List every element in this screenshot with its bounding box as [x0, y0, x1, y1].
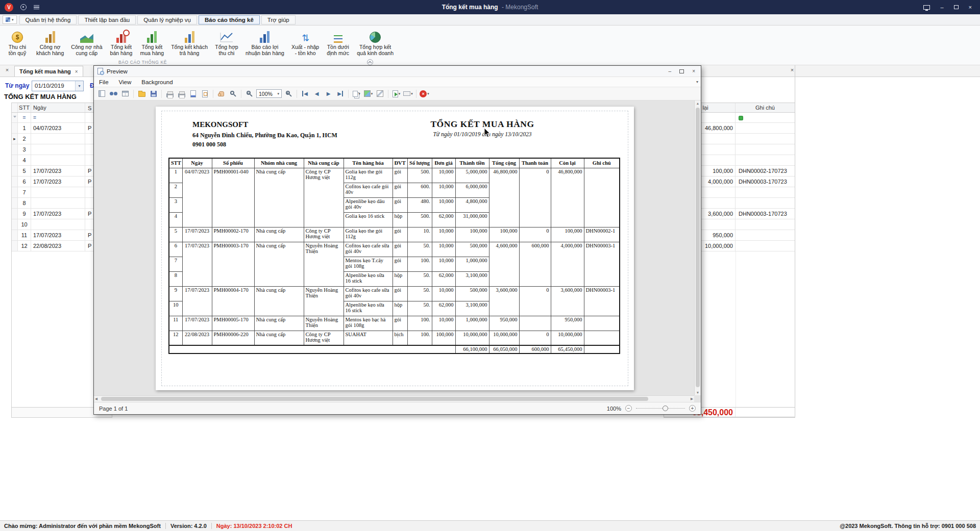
col-header-ngay[interactable]: Ngày: [31, 103, 85, 112]
divider: [241, 90, 241, 98]
cell-ghi-chu: [736, 198, 795, 208]
menu-background[interactable]: Background: [136, 78, 178, 86]
zoom-out-icon[interactable]: [244, 88, 255, 99]
ribbon-tab-quan-tri-he-thong[interactable]: Quản trị hệ thống: [19, 15, 77, 24]
next-page-icon[interactable]: ▶: [323, 88, 334, 99]
scrollbar-thumb[interactable]: [101, 397, 648, 401]
window-title-text: Tổng kết mua hàng: [442, 4, 498, 11]
record-icon[interactable]: [20, 4, 27, 10]
dropdown-icon[interactable]: ▾: [75, 81, 83, 91]
ribbon-button-tong-hop-ket-qua-kinh-doanh[interactable]: Tổng hợp kết quả kinh doanh: [354, 28, 396, 57]
ribbon-tab-thiet-lap-ban-dau[interactable]: Thiết lập ban đầu: [78, 15, 136, 24]
scrollbar-thumb[interactable]: [696, 108, 700, 387]
ribbon-button-thu-chi-ton-quy[interactable]: $ Thu chi tồn quỹ: [3, 28, 32, 57]
preview-minimize-button[interactable]: –: [669, 68, 672, 74]
multiple-pages-icon[interactable]: ▾: [351, 88, 362, 99]
ribbon-button-tong-ket-mua-hang[interactable]: Tổng kết mua hàng: [137, 28, 166, 57]
close-button[interactable]: ×: [969, 4, 972, 10]
ribbon-button-xuat-nhap-ton-kho[interactable]: ⇄ Xuất - nhập - tồn kho: [289, 28, 322, 57]
report-cell: 3,100,000: [455, 301, 489, 316]
filter-cell-stt[interactable]: =: [18, 113, 31, 122]
open-icon[interactable]: [136, 88, 147, 99]
scroll-up-icon[interactable]: ▲: [695, 100, 700, 106]
indicator-header: [12, 103, 18, 112]
col-header-stt[interactable]: STT: [18, 103, 31, 112]
from-date-input[interactable]: 01/10/2019 ▾: [32, 81, 84, 91]
ribbon-tab-quan-ly-nghiep-vu[interactable]: Quản lý nghiệp vụ: [137, 15, 197, 24]
ribbon-button-tong-ket-ban-hang[interactable]: Tổng kết bán hàng: [107, 28, 135, 57]
quick-print-icon[interactable]: [176, 88, 187, 99]
ribbon-button-label: Tổng hợp kết quả kinh doanh: [357, 44, 394, 57]
save-icon[interactable]: [148, 88, 159, 99]
report-title: TỔNG KẾT MUA HÀNG: [380, 119, 584, 130]
ribbon-button-ton-duoi-dinh-muc[interactable]: Tồn dưới định mức: [324, 28, 352, 57]
report-page: MEKONGSOFT 64 Nguyễn Đình Chiểu, Phường …: [156, 107, 634, 390]
report-totals-row: 66,100,00066,050,000600,00065,450,000: [169, 345, 620, 353]
hamburger-menu-icon[interactable]: [34, 5, 39, 9]
report-row: 917/07/2023PMH00004-170Nhà cung cấpNguyễ…: [169, 286, 620, 301]
ribbon-button-bao-cao-loi-nhuan-ban-hang[interactable]: Báo cáo lợi nhuận bán hàng: [243, 28, 287, 57]
vertical-scrollbar[interactable]: ▲ ▼: [694, 100, 701, 395]
scroll-left-icon[interactable]: ◀: [94, 396, 99, 402]
scale-icon[interactable]: [200, 88, 210, 99]
fullscreen-button[interactable]: [923, 5, 930, 10]
maximize-button[interactable]: [954, 5, 959, 9]
zoom-slider-knob[interactable]: [663, 406, 668, 411]
zoom-in-icon[interactable]: [283, 88, 294, 99]
cell-stt: 6: [18, 176, 31, 187]
row-indicator: [12, 187, 18, 197]
screen-icon: [923, 5, 930, 10]
minimize-button[interactable]: –: [940, 4, 943, 10]
document-tab[interactable]: Tổng kết mua hàng ×: [14, 66, 83, 77]
ribbon-button-cong-no-khach-hang[interactable]: Công nợ khách hàng: [34, 28, 66, 57]
ribbon-button-label: Tổng kết mua hàng: [140, 44, 164, 57]
cell-stt: 10: [18, 219, 31, 230]
scroll-right-icon[interactable]: ▶: [690, 396, 694, 402]
preview-titlebar[interactable]: Preview – ×: [94, 66, 701, 77]
zoom-out-button[interactable]: −: [625, 405, 632, 412]
col-header-ghi-chu[interactable]: Ghi chú: [736, 103, 795, 112]
menubar-overflow-icon[interactable]: ▾: [696, 80, 698, 84]
divider: [133, 90, 134, 98]
tab-close-icon[interactable]: ×: [75, 69, 78, 74]
watermark-icon[interactable]: [375, 88, 385, 99]
filter-cell-ngay[interactable]: =: [31, 113, 85, 122]
first-page-icon[interactable]: ◀: [300, 88, 310, 99]
zoom-slider[interactable]: [636, 406, 685, 411]
cell-ngay: 04/07/2023: [31, 123, 85, 133]
app-menu-button[interactable]: ▾: [3, 15, 17, 24]
close-preview-icon[interactable]: ×▾: [419, 88, 430, 99]
ribbon-collapse-button[interactable]: [367, 59, 373, 65]
search-icon[interactable]: [108, 88, 119, 99]
ribbon-button-tong-ket-khach-tra-hang[interactable]: Tổng kết khách trả hàng: [168, 28, 210, 57]
last-page-icon[interactable]: ▶: [335, 88, 346, 99]
zoom-select[interactable]: 100% ▾: [256, 89, 282, 98]
report-cell: Alpenlibe kẹo dâu gói 40v: [344, 197, 393, 212]
preview-close-button[interactable]: ×: [692, 68, 695, 74]
report-header-row: STTNgàySố phiếuNhóm nhà cungNhà cung cấp…: [169, 158, 620, 168]
filter-cell-ghi-chu[interactable]: [736, 113, 795, 122]
row-indicator: ▸: [12, 134, 18, 144]
page-color-icon[interactable]: ▾: [363, 88, 374, 99]
ribbon-tab-bao-cao-thong-ke[interactable]: Báo cáo thống kê: [199, 15, 260, 24]
close-all-tabs-button[interactable]: ×: [3, 67, 11, 73]
email-icon[interactable]: ▾: [403, 88, 413, 99]
report-cell: 0: [519, 286, 551, 316]
horizontal-scrollbar[interactable]: ◀ ▶: [94, 395, 694, 402]
scroll-down-icon[interactable]: ▼: [695, 390, 700, 395]
prev-page-icon[interactable]: ◀: [311, 88, 322, 99]
table-icon[interactable]: [120, 88, 131, 99]
ribbon-button-tong-hop-thu-chi[interactable]: Tổng hợp thu chi: [212, 28, 241, 57]
ribbon-button-cong-no-nha-cung-cap[interactable]: Công nợ nhà cung cấp: [68, 28, 105, 57]
page-setup-icon[interactable]: [188, 88, 199, 99]
print-icon[interactable]: [164, 88, 175, 99]
hand-tool-icon[interactable]: [216, 88, 227, 99]
menu-view[interactable]: View: [114, 78, 137, 86]
menu-file[interactable]: File: [94, 78, 114, 86]
preview-maximize-button[interactable]: [679, 69, 684, 73]
zoom-in-button[interactable]: +: [689, 405, 696, 412]
magnifier-icon[interactable]: [228, 88, 238, 99]
document-map-icon[interactable]: [96, 88, 107, 99]
export-icon[interactable]: ▾: [391, 88, 402, 99]
ribbon-tab-tro-giup[interactable]: Trợ giúp: [261, 15, 296, 24]
